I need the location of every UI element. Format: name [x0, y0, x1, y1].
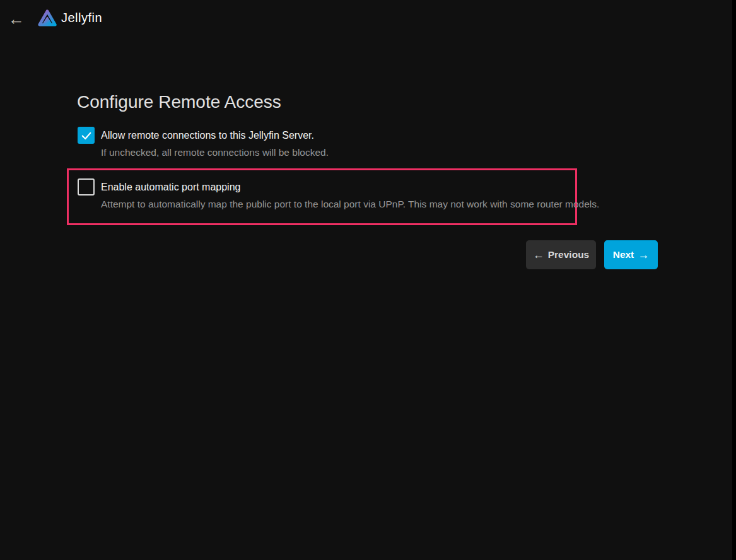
arrow-back-icon: ← — [8, 9, 25, 29]
enable-port-mapping-description: Attempt to automatically map the public … — [101, 198, 593, 211]
header-bar: ← Jellyfin — [0, 0, 736, 37]
arrow-left-icon: ← — [533, 249, 544, 260]
allow-remote-connections-label[interactable]: Allow remote connections to this Jellyfi… — [101, 127, 593, 144]
scrollbar[interactable] — [732, 0, 736, 560]
jellyfin-logo-icon — [37, 8, 58, 29]
checkmark-icon — [80, 129, 93, 142]
arrow-right-icon: → — [638, 249, 649, 260]
previous-button[interactable]: ← Previous — [526, 240, 596, 269]
app-title: Jellyfin — [61, 11, 102, 25]
next-button-label: Next — [613, 249, 634, 260]
next-button[interactable]: Next → — [604, 240, 658, 269]
enable-port-mapping-label[interactable]: Enable automatic port mapping — [101, 178, 593, 195]
back-button[interactable]: ← — [5, 8, 28, 30]
previous-button-label: Previous — [548, 249, 589, 260]
enable-port-mapping-checkbox[interactable] — [78, 178, 95, 195]
page-title: Configure Remote Access — [77, 92, 281, 112]
allow-remote-connections-description: If unchecked, all remote connections wil… — [101, 146, 593, 159]
allow-remote-connections-checkbox[interactable] — [78, 127, 95, 144]
